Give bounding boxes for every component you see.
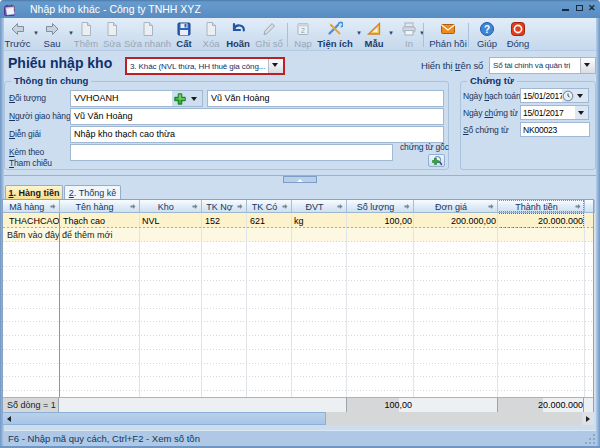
svg-text:?: ? (484, 24, 490, 35)
